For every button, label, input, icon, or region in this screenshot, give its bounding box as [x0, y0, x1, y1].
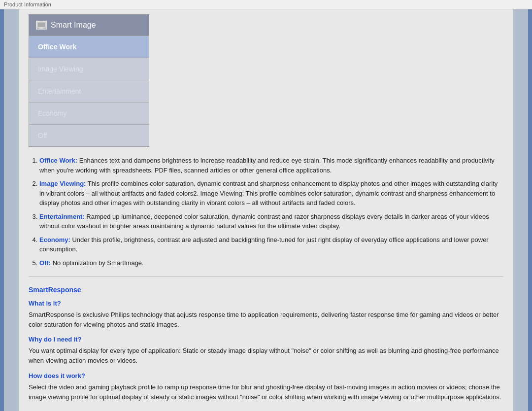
- desc-image-viewing: This profile combines color saturation, …: [39, 180, 498, 206]
- why-need-title: Why do I need it?: [29, 336, 503, 343]
- why-need-text: You want optimal display for every type …: [29, 346, 503, 366]
- how-works-title: How does it work?: [29, 372, 503, 379]
- svg-rect-0: [37, 22, 45, 28]
- main-content: Smart Image Office Work Image Viewing En…: [19, 9, 513, 411]
- smart-image-title: Smart Image: [51, 21, 96, 30]
- term-economy: Economy:: [39, 236, 70, 243]
- smartresponse-section: SmartResponse What is it? SmartResponse …: [29, 286, 503, 402]
- section-divider: [29, 276, 503, 277]
- smartresponse-title: SmartResponse: [29, 286, 503, 294]
- description-section: Office Work: Enhances text and dampens b…: [29, 156, 503, 268]
- smart-image-menu: Smart Image Office Work Image Viewing En…: [29, 14, 149, 147]
- what-is-it-title: What is it?: [29, 300, 503, 307]
- monitor-icon: [36, 21, 47, 30]
- product-info-bar: Product Information: [0, 0, 532, 9]
- menu-item-office-work[interactable]: Office Work: [29, 36, 149, 58]
- term-entertainment: Entertainment:: [39, 213, 85, 220]
- right-sidebar-accent: [528, 9, 532, 411]
- term-image-viewing: Image Viewing:: [39, 180, 86, 187]
- menu-item-economy[interactable]: Economy: [29, 103, 149, 125]
- list-item: Off: No optimization by SmartImage.: [39, 258, 503, 268]
- svg-rect-2: [39, 28, 44, 29]
- how-works-text: Select the video and gaming playback pro…: [29, 382, 503, 402]
- menu-item-off[interactable]: Off: [29, 125, 149, 146]
- menu-item-entertainment[interactable]: Entertainment: [29, 80, 149, 103]
- left-sidebar-accent: [0, 9, 4, 411]
- desc-entertainment: Ramped up luminance, deepened color satu…: [39, 213, 489, 230]
- term-office-work: Office Work:: [39, 157, 77, 164]
- list-item: Image Viewing: This profile combines col…: [39, 179, 503, 208]
- list-item: Office Work: Enhances text and dampens b…: [39, 156, 503, 175]
- menu-item-image-viewing[interactable]: Image Viewing: [29, 58, 149, 80]
- smart-image-header: Smart Image: [29, 15, 149, 36]
- list-item: Entertainment: Ramped up luminance, deep…: [39, 212, 503, 231]
- desc-economy: Under this profile, brightness, contrast…: [39, 236, 489, 253]
- desc-off: No optimization by SmartImage.: [53, 259, 144, 267]
- what-is-it-text: SmartResponse is exclusive Philips techn…: [29, 310, 503, 330]
- term-off: Off:: [39, 259, 51, 267]
- left-sidebar: [0, 9, 19, 411]
- right-sidebar: [513, 9, 532, 411]
- product-info-label: Product Information: [4, 1, 51, 7]
- list-item: Economy: Under this profile, brightness,…: [39, 235, 503, 254]
- desc-office-work: Enhances text and dampens brightness to …: [39, 157, 495, 174]
- svg-rect-1: [40, 28, 42, 29]
